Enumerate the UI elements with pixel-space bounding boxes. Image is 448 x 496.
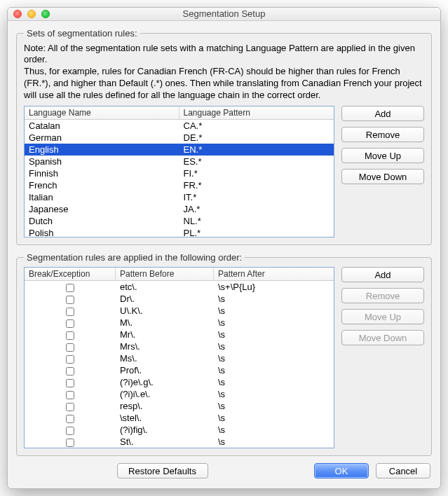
cell-pattern-after: \s [214, 436, 334, 448]
rules-moveup-button[interactable]: Move Up [341, 309, 424, 324]
cell-pattern-after: \s [214, 364, 334, 376]
break-checkbox[interactable] [66, 403, 74, 411]
break-checkbox[interactable] [66, 308, 74, 316]
table-row[interactable]: SpanishES.* [25, 156, 334, 167]
sets-add-button[interactable]: Add [341, 106, 424, 121]
cell-pattern-after: \s [214, 412, 334, 424]
cell-language-name: Spanish [25, 156, 179, 167]
restore-defaults-button[interactable]: Restore Defaults [117, 463, 208, 478]
rules-table-body[interactable]: etc\.\s+\P{Lu}Dr\.\sU\.K\.\sM\.\sMr\.\sM… [25, 281, 334, 448]
sets-note: Note: All of the segmentation rule sets … [24, 43, 424, 102]
sets-groupbox: Sets of segmentation rules: Note: All of… [16, 28, 432, 245]
cell-break[interactable] [25, 412, 116, 424]
break-checkbox[interactable] [66, 379, 74, 387]
sets-remove-button[interactable]: Remove [341, 127, 424, 142]
col-break-exception[interactable]: Break/Exception [25, 268, 116, 280]
cell-language-pattern: ES.* [179, 156, 334, 167]
cell-break[interactable] [25, 376, 116, 388]
cell-break[interactable] [25, 281, 116, 293]
cell-language-pattern: DE.* [179, 132, 334, 144]
table-row[interactable]: St\.\s [25, 436, 334, 448]
cell-break[interactable] [25, 293, 116, 305]
cell-pattern-before: Dr\. [116, 293, 214, 305]
cell-language-pattern: CA.* [179, 120, 334, 132]
table-row[interactable]: Prof\.\s [25, 364, 334, 376]
table-row[interactable]: PolishPL.* [25, 227, 334, 237]
cell-break[interactable] [25, 400, 116, 412]
table-row[interactable]: Dr\.\s [25, 293, 334, 305]
col-language-name[interactable]: Language Name [25, 106, 179, 119]
table-row[interactable]: JapaneseJA.* [25, 203, 334, 215]
table-row[interactable]: etc\.\s+\P{Lu} [25, 281, 334, 293]
cell-break[interactable] [25, 388, 116, 400]
rules-groupbox: Segmentation rules are applied in the fo… [16, 252, 432, 456]
cancel-button[interactable]: Cancel [376, 463, 430, 478]
cell-language-name: Italian [25, 191, 179, 203]
table-row[interactable]: CatalanCA.* [25, 120, 334, 132]
cell-break[interactable] [25, 329, 116, 340]
cell-language-name: Polish [25, 227, 179, 237]
cell-language-pattern: FI.* [179, 167, 334, 179]
col-language-pattern[interactable]: Language Pattern [179, 106, 334, 119]
ok-button[interactable]: OK [314, 463, 369, 478]
table-row[interactable]: GermanDE.* [25, 132, 334, 144]
break-checkbox[interactable] [66, 439, 74, 447]
sets-moveup-button[interactable]: Move Up [341, 148, 424, 163]
cell-language-pattern: NL.* [179, 215, 334, 227]
titlebar: Segmentation Setup [8, 8, 440, 21]
break-checkbox[interactable] [66, 427, 74, 435]
cell-break[interactable] [25, 352, 116, 364]
table-row[interactable]: FrenchFR.* [25, 179, 334, 191]
break-checkbox[interactable] [66, 284, 74, 292]
cell-pattern-after: \s [214, 424, 334, 436]
sets-movedown-button[interactable]: Move Down [341, 169, 424, 184]
cell-break[interactable] [25, 305, 116, 317]
cell-break[interactable] [25, 436, 116, 448]
break-checkbox[interactable] [66, 355, 74, 364]
languages-table[interactable]: Language Name Language Pattern CatalanCA… [24, 106, 334, 237]
table-row[interactable]: Mrs\.\s [25, 340, 334, 352]
table-row[interactable]: Mr\.\s [25, 329, 334, 340]
break-checkbox[interactable] [66, 367, 74, 376]
cell-break[interactable] [25, 364, 116, 376]
table-row[interactable]: \stel\.\s [25, 412, 334, 424]
table-row[interactable]: (?i)i\.e\.\s [25, 388, 334, 400]
rules-movedown-button[interactable]: Move Down [341, 330, 424, 345]
sets-legend: Sets of segmentation rules: [24, 28, 140, 39]
table-row[interactable]: EnglishEN.* [25, 144, 334, 156]
cell-language-pattern: FR.* [179, 179, 334, 191]
break-checkbox[interactable] [66, 415, 74, 423]
break-checkbox[interactable] [66, 296, 74, 304]
break-checkbox[interactable] [66, 391, 74, 399]
table-row[interactable]: (?i)fig\.\s [25, 424, 334, 436]
table-row[interactable]: U\.K\.\s [25, 305, 334, 317]
rules-buttons: Add Remove Move Up Move Down [341, 267, 424, 448]
table-row[interactable]: M\.\s [25, 317, 334, 329]
cell-pattern-before: (?i)fig\. [116, 424, 214, 436]
table-row[interactable]: DutchNL.* [25, 215, 334, 227]
dialog-window: Segmentation Setup Sets of segmentation … [7, 7, 441, 489]
cell-pattern-before: M\. [116, 317, 214, 329]
table-row[interactable]: resp\.\s [25, 400, 334, 412]
col-pattern-before[interactable]: Pattern Before [116, 268, 214, 280]
cell-pattern-before: etc\. [116, 281, 214, 293]
cell-pattern-after: \s [214, 293, 334, 305]
cell-break[interactable] [25, 317, 116, 329]
cell-break[interactable] [25, 424, 116, 436]
col-pattern-after[interactable]: Pattern After [214, 268, 334, 280]
rules-add-button[interactable]: Add [341, 267, 424, 282]
table-row[interactable]: ItalianIT.* [25, 191, 334, 203]
break-checkbox[interactable] [66, 343, 74, 352]
table-row[interactable]: (?i)e\.g\.\s [25, 376, 334, 388]
table-row[interactable]: FinnishFI.* [25, 167, 334, 179]
table-row[interactable]: Ms\.\s [25, 352, 334, 364]
cell-pattern-after: \s [214, 329, 334, 340]
rules-remove-button[interactable]: Remove [341, 288, 424, 303]
cell-language-name: Catalan [25, 120, 179, 132]
languages-table-body[interactable]: CatalanCA.*GermanDE.*EnglishEN.*SpanishE… [25, 120, 334, 237]
break-checkbox[interactable] [66, 331, 74, 340]
cell-pattern-after: \s [214, 352, 334, 364]
cell-break[interactable] [25, 340, 116, 352]
rules-table[interactable]: Break/Exception Pattern Before Pattern A… [24, 267, 334, 448]
break-checkbox[interactable] [66, 319, 74, 328]
